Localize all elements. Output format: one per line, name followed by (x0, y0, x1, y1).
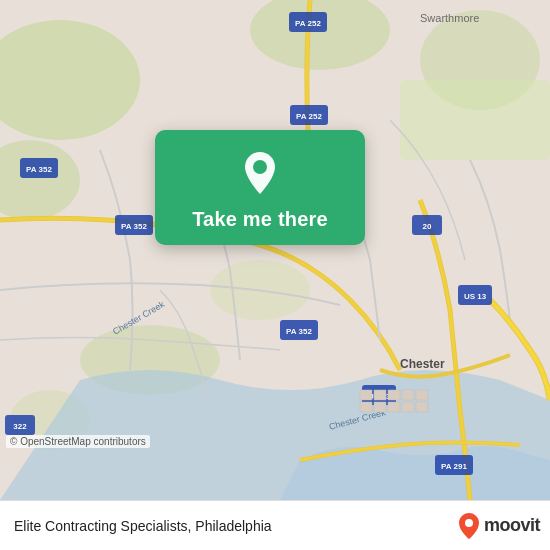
svg-text:PA 252: PA 252 (296, 112, 322, 121)
svg-rect-42 (416, 402, 428, 412)
svg-text:PA 352: PA 352 (121, 222, 147, 231)
svg-rect-35 (388, 390, 400, 400)
svg-text:Swarthmore: Swarthmore (420, 12, 479, 24)
svg-text:PA 252: PA 252 (295, 19, 321, 28)
take-me-there-button[interactable]: Take me there (192, 208, 328, 231)
svg-text:322: 322 (13, 422, 27, 431)
svg-rect-40 (402, 402, 414, 412)
svg-point-43 (253, 160, 267, 174)
svg-text:PA 352: PA 352 (26, 165, 52, 174)
svg-text:US 13: US 13 (464, 292, 487, 301)
svg-text:20: 20 (423, 222, 432, 231)
moovit-brand-text: moovit (484, 515, 540, 536)
svg-text:Chester: Chester (400, 357, 445, 371)
svg-rect-37 (374, 402, 386, 412)
svg-rect-34 (374, 390, 386, 400)
svg-rect-39 (402, 390, 414, 400)
svg-rect-38 (388, 402, 400, 412)
bottom-bar: Elite Contracting Specialists, Philadelp… (0, 500, 550, 550)
map-container: PA 352 PA 352 PA 252 PA 252 20 US 13 US … (0, 0, 550, 500)
svg-text:PA 291: PA 291 (441, 462, 467, 471)
svg-rect-5 (400, 80, 550, 160)
svg-point-44 (465, 519, 473, 527)
location-pin-icon (235, 148, 285, 198)
moovit-logo: moovit (458, 512, 540, 540)
svg-rect-36 (360, 402, 372, 412)
svg-rect-41 (416, 390, 428, 400)
moovit-pin-icon (458, 512, 480, 540)
copyright-notice: © OpenStreetMap contributors (6, 435, 150, 448)
cta-card[interactable]: Take me there (155, 130, 365, 245)
map-background: PA 352 PA 352 PA 252 PA 252 20 US 13 US … (0, 0, 550, 500)
svg-text:PA 352: PA 352 (286, 327, 312, 336)
svg-rect-33 (360, 390, 372, 400)
business-name: Elite Contracting Specialists, Philadelp… (14, 518, 272, 534)
